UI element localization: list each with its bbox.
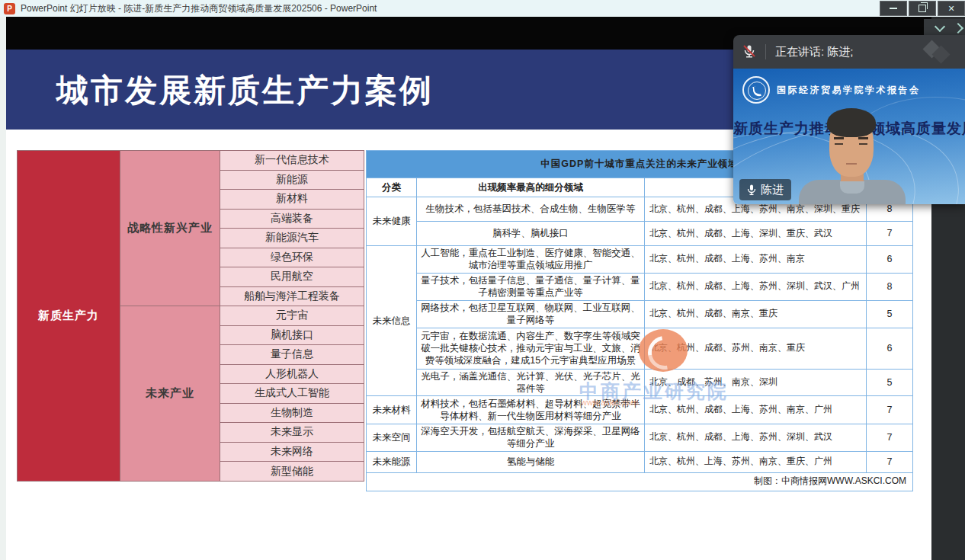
- category-cell: 未来能源: [367, 451, 417, 472]
- root-cell: 新质生产力: [18, 151, 120, 482]
- item-cell: 生物制造: [220, 403, 364, 423]
- meeting-video-panel[interactable]: 正在讲话: 陈进; 国际经济贸易学院学术报告会 新质生产力推动商贸领域高质量发展: [733, 35, 965, 204]
- count-cell: 8: [867, 273, 913, 300]
- cities-cell: 北京、杭州、成都、南京、重庆: [645, 300, 867, 328]
- productivity-hierarchy-table: 新质生产力 战略性新兴产业 新一代信息技术 新能源 新材料 高端装备 新能源汽车…: [17, 150, 364, 482]
- category-cell: 未来空间: [367, 424, 417, 452]
- participant-name: 陈进: [761, 183, 784, 197]
- field-cell: 生物技术，包括基因技术、合成生物、生物医学等: [417, 197, 645, 222]
- item-cell: 新一代信息技术: [220, 151, 364, 171]
- meeting-app-logo-icon: [922, 42, 956, 62]
- field-cell: 光电子，涵盖光通信、光计算、光伏、光子芯片、光器件等: [417, 369, 645, 396]
- cities-cell: 北京、杭州、成都、苏州、南京、重庆: [645, 328, 867, 369]
- item-cell: 元宇宙: [220, 306, 364, 326]
- cities-cell: 北京、杭州、成都、上海、苏州、深圳、武汉: [645, 424, 867, 452]
- item-cell: 量子信息: [220, 345, 364, 365]
- cities-cell: 北京、杭州、成都、上海、苏州、南京、广州: [645, 396, 867, 424]
- chevron-down-icon[interactable]: [935, 21, 945, 32]
- item-cell: 新能源: [220, 170, 364, 190]
- restore-icon: [919, 5, 926, 12]
- item-cell: 未来显示: [220, 423, 364, 443]
- table-row: 未来空间 深海空天开发，包括航空航天、深海探采、卫星网络等细分产业 北京、杭州、…: [367, 424, 913, 452]
- count-cell: 7: [867, 222, 913, 246]
- count-cell: 6: [867, 246, 913, 274]
- speaking-status: 正在讲话: 陈进;: [775, 45, 854, 59]
- org-banner: 国际经济贸易学院学术报告会: [742, 76, 921, 104]
- count-cell: 7: [867, 424, 913, 452]
- table-row: 未来信息 人工智能，重点在工业制造、医疗健康、智能交通、城市治理等重点领域应用推…: [367, 246, 913, 274]
- field-cell: 网络技术，包括卫星互联网、物联网、工业互联网、量子网络等: [417, 300, 645, 328]
- count-cell: 7: [867, 451, 913, 472]
- field-cell: 元宇宙，在数据流通、内容生产、数字孪生等领域突破一批关键核心技术，推动元宇宙与工…: [417, 328, 645, 369]
- university-seal-icon: [742, 76, 770, 104]
- overlay-collapse-strip: [924, 19, 965, 37]
- column-header: 出现频率最高的细分领域: [417, 178, 645, 197]
- minimize-button[interactable]: [880, 1, 907, 16]
- window-titlebar[interactable]: P PowerPoint 幻灯片放映 - 陈进-新质生产力推动商贸领域高质量发展…: [0, 0, 965, 17]
- cities-cell: 北京、成都、苏州、南京、深圳: [645, 369, 867, 396]
- count-cell: 5: [867, 369, 913, 396]
- item-cell: 未来网络: [220, 442, 364, 462]
- item-cell: 新能源汽车: [220, 229, 364, 248]
- cities-cell: 北京、杭州、成都、上海、深圳、重庆、武汉: [645, 222, 867, 246]
- table-row: 网络技术，包括卫星互联网、物联网、工业互联网、量子网络等 北京、杭州、成都、南京…: [367, 300, 913, 328]
- speaker-video-tile[interactable]: 国际经济贸易学院学术报告会 新质生产力推动商贸领域高质量发展 陈进: [733, 69, 965, 204]
- group-cell: 战略性新兴产业: [120, 151, 220, 306]
- field-cell: 人工智能，重点在工业制造、医疗健康、智能交通、城市治理等重点领域应用推广: [417, 246, 645, 274]
- field-cell: 氢能与储能: [417, 451, 645, 472]
- mic-icon: [747, 184, 756, 196]
- mic-muted-icon: [742, 44, 756, 59]
- item-cell: 高端装备: [220, 209, 364, 229]
- participant-name-tag: 陈进: [739, 179, 791, 200]
- item-cell: 新材料: [220, 190, 364, 210]
- field-cell: 材料技术，包括石墨烯材料、超导材料、超宽禁带半导体材料、新一代生物医用材料等细分…: [417, 396, 645, 424]
- count-cell: 7: [867, 396, 913, 424]
- cities-cell: 北京、杭州、上海、苏州、南京、重庆、广州: [645, 451, 867, 472]
- field-cell: 量子技术，包括量子信息、量子通信、量子计算、量子精密测量等重点产业等: [417, 273, 645, 300]
- category-cell: 未来信息: [367, 246, 417, 396]
- screen: P PowerPoint 幻灯片放映 - 陈进-新质生产力推动商贸领域高质量发展…: [0, 0, 965, 560]
- restore-button[interactable]: [909, 1, 936, 16]
- close-button[interactable]: ✕: [938, 1, 965, 16]
- field-cell: 脑科学、脑机接口: [417, 222, 645, 246]
- count-cell: 6: [867, 328, 913, 369]
- item-cell: 船舶与海洋工程装备: [220, 286, 364, 306]
- cities-cell: 北京、杭州、成都、上海、苏州、深圳、武汉、广州: [645, 273, 867, 300]
- table-row: 脑科学、脑机接口 北京、杭州、成都、上海、深圳、重庆、武汉 7: [367, 222, 913, 246]
- category-cell: 未来健康: [367, 197, 417, 246]
- window-title: PowerPoint 幻灯片放映 - 陈进-新质生产力推动商贸领域高质量发展20…: [21, 2, 377, 15]
- org-name: 国际经济贸易学院学术报告会: [777, 84, 921, 97]
- count-cell: 5: [867, 300, 913, 328]
- item-cell: 脑机接口: [220, 325, 364, 345]
- table-footer-credit: 制图：中商情报网WWW.ASKCI.COM: [367, 472, 913, 491]
- table-row: 量子技术，包括量子信息、量子通信、量子计算、量子精密测量等重点产业等 北京、杭州…: [367, 273, 913, 300]
- field-cell: 深海空天开发，包括航空航天、深海探采、卫星网络等细分产业: [417, 424, 645, 452]
- table-row: 元宇宙，在数据流通、内容生产、数字孪生等领域突破一批关键核心技术，推动元宇宙与工…: [367, 328, 913, 369]
- item-cell: 民用航空: [220, 267, 364, 287]
- window-controls: ✕: [878, 0, 965, 17]
- cities-cell: 北京、杭州、成都、上海、苏州、南京: [645, 246, 867, 274]
- item-cell: 人形机器人: [220, 364, 364, 384]
- slide-left-margin: [0, 17, 6, 560]
- powerpoint-app-icon: P: [4, 3, 15, 14]
- table-row: 光电子，涵盖光通信、光计算、光伏、光子芯片、光器件等 北京、成都、苏州、南京、深…: [367, 369, 913, 396]
- meeting-status-bar[interactable]: 正在讲话: 陈进;: [733, 35, 965, 69]
- table-row: 未来能源 氢能与储能 北京、杭州、上海、苏州、南京、重庆、广州 7: [367, 451, 913, 472]
- item-cell: 绿色环保: [220, 248, 364, 267]
- column-header: 分类: [367, 178, 417, 197]
- table-row: 未来材料 材料技术，包括石墨烯材料、超导材料、超宽禁带半导体材料、新一代生物医用…: [367, 396, 913, 424]
- category-cell: 未来材料: [367, 396, 417, 424]
- item-cell: 生成式人工智能: [220, 384, 364, 404]
- group-cell: 未来产业: [120, 306, 220, 482]
- minimize-icon: [890, 8, 897, 9]
- divider: [765, 44, 766, 59]
- chevron-right-icon[interactable]: [953, 22, 963, 33]
- item-cell: 新型储能: [220, 462, 364, 482]
